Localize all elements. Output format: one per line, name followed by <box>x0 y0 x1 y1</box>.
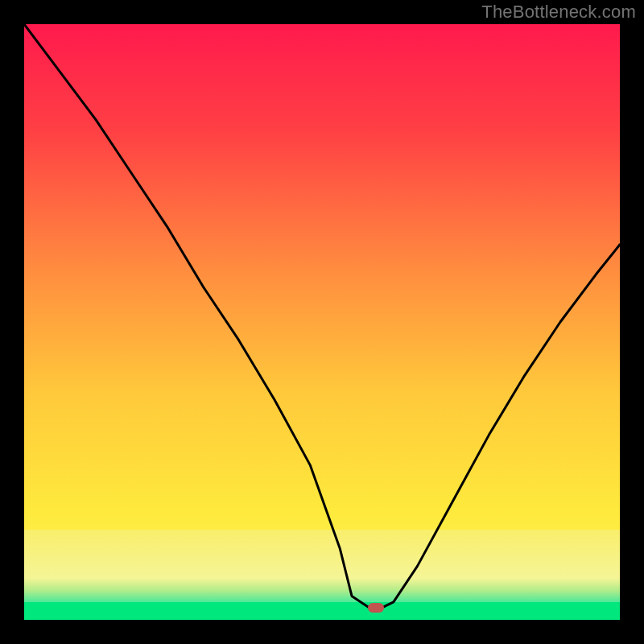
watermark-text: TheBottleneck.com <box>481 2 636 23</box>
optimal-marker <box>368 603 384 613</box>
plot-area <box>24 24 620 620</box>
bottleneck-curve <box>24 24 620 620</box>
chart-frame: TheBottleneck.com <box>0 0 644 644</box>
